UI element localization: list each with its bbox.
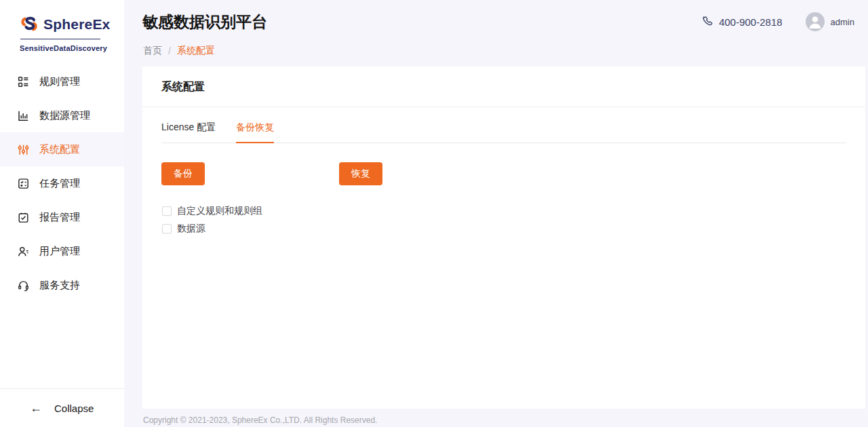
sphereex-logo-icon (19, 15, 39, 33)
support-phone: 400-900-2818 (701, 15, 782, 29)
sidebar-item-rules[interactable]: 规则管理 (0, 64, 124, 98)
backup-options: 自定义规则和规则组 数据源 (162, 205, 846, 235)
rules-icon (16, 75, 30, 88)
user-icon (16, 244, 30, 258)
sidebar-nav: 规则管理 数据源管理 系统配置 (0, 64, 124, 302)
card-title: 系统配置 (142, 67, 865, 107)
tab-license-config[interactable]: License 配置 (161, 122, 216, 143)
sliders-icon (16, 143, 30, 156)
sidebar: SphereEx SensitiveDataDiscovery 规则管理 (0, 0, 124, 427)
sidebar-item-label: 系统配置 (39, 143, 80, 156)
report-check-icon (16, 210, 30, 224)
checkbox[interactable] (162, 224, 172, 234)
tab-backup-restore[interactable]: 备份恢复 (236, 122, 274, 143)
page-title: 敏感数据识别平台 (142, 12, 267, 33)
backup-button[interactable]: 备份 (161, 162, 205, 185)
sidebar-item-label: 数据源管理 (39, 109, 90, 122)
checkbox-row-custom-rules[interactable]: 自定义规则和规则组 (162, 205, 846, 217)
sidebar-item-tasks[interactable]: 任务管理 (0, 166, 124, 200)
sidebar-item-system-config[interactable]: 系统配置 (0, 132, 124, 166)
copyright-footer: Copyright © 2021-2023, SphereEx Co.,LTD.… (124, 409, 868, 425)
main-area: 敏感数据识别平台 首页 / 系统配置 400-900-2818 (124, 0, 868, 427)
sidebar-item-label: 任务管理 (39, 177, 80, 190)
checkbox[interactable] (162, 206, 172, 216)
checkbox-label: 自定义规则和规则组 (177, 205, 262, 217)
username[interactable]: admin (831, 17, 854, 27)
sidebar-item-label: 报告管理 (39, 211, 80, 224)
content-card: 系统配置 License 配置 备份恢复 备份 恢复 自定义规则和规则组 数据源 (142, 67, 865, 409)
header-right: 400-900-2818 admin (701, 12, 854, 31)
action-buttons: 备份 恢复 (161, 162, 846, 185)
collapse-arrow-icon: ← (30, 402, 42, 414)
checkbox-label: 数据源 (177, 223, 205, 235)
breadcrumb: 首页 / 系统配置 (143, 45, 215, 57)
user-avatar[interactable] (806, 12, 825, 31)
datasource-chart-icon (16, 109, 30, 122)
phone-number: 400-900-2818 (719, 16, 782, 28)
sidebar-item-datasource[interactable]: 数据源管理 (0, 98, 124, 132)
breadcrumb-home[interactable]: 首页 (143, 45, 162, 57)
collapse-label: Collapse (54, 403, 94, 414)
sidebar-collapse-button[interactable]: ← Collapse (0, 388, 124, 427)
tab-bar: License 配置 备份恢复 (161, 107, 846, 143)
brand-logo: SphereEx SensitiveDataDiscovery (0, 0, 124, 52)
headset-icon (16, 278, 30, 292)
breadcrumb-current: 系统配置 (177, 45, 215, 57)
checkbox-row-datasource[interactable]: 数据源 (162, 223, 846, 235)
brand-subtitle: SensitiveDataDiscovery (20, 44, 124, 52)
sidebar-item-reports[interactable]: 报告管理 (0, 200, 124, 234)
breadcrumb-separator: / (168, 45, 171, 56)
restore-button[interactable]: 恢复 (339, 162, 382, 185)
phone-icon (701, 15, 713, 29)
sidebar-item-users[interactable]: 用户管理 (0, 234, 124, 268)
logo-divider (20, 39, 100, 39)
sidebar-item-label: 规则管理 (39, 75, 80, 88)
task-checklist-icon (16, 177, 30, 190)
sidebar-item-label: 用户管理 (39, 245, 80, 258)
page-header: 敏感数据识别平台 首页 / 系统配置 400-900-2818 (124, 0, 868, 67)
sidebar-item-support[interactable]: 服务支持 (0, 268, 124, 302)
sidebar-item-label: 服务支持 (39, 279, 80, 292)
brand-name: SphereEx (43, 16, 110, 33)
